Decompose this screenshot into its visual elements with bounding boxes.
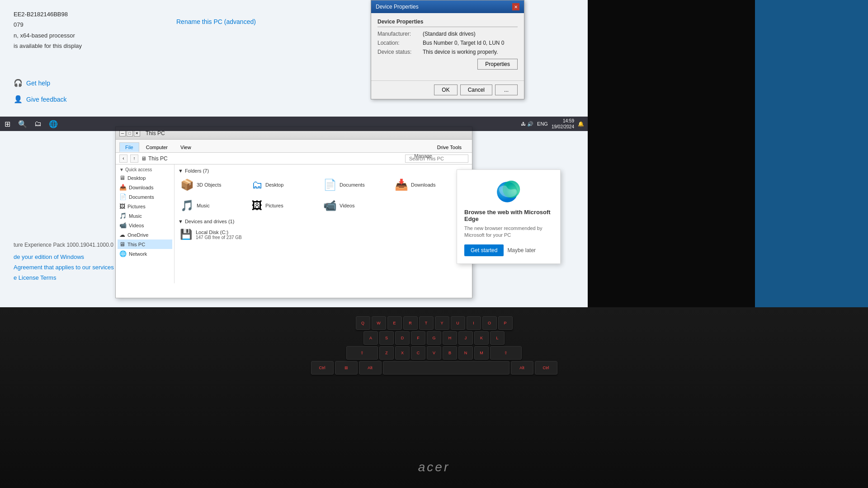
key-alt-left[interactable]: Alt: [359, 361, 382, 375]
dialog-close-button[interactable]: ✕: [512, 3, 519, 10]
properties-button[interactable]: Properties: [477, 59, 518, 70]
list-item[interactable]: 📄 Documents: [321, 176, 389, 193]
maybe-later-button[interactable]: Maybe later: [507, 247, 536, 253]
keyboard-area: Q W E R T Y U I O P A S D F G H J K L: [231, 316, 637, 376]
folder-downloads-icon: 📥: [395, 178, 408, 191]
key-t[interactable]: T: [419, 316, 434, 330]
key-e[interactable]: E: [387, 316, 402, 330]
list-item[interactable]: 💾 Local Disk (C:) 147 GB free of 237 GB: [178, 227, 269, 242]
key-shift-left[interactable]: ⇧: [346, 346, 378, 360]
key-m[interactable]: M: [474, 346, 489, 360]
key-d[interactable]: D: [395, 331, 410, 345]
downloads-label: Downloads: [129, 185, 153, 190]
list-item[interactable]: 🎵 Music: [178, 197, 246, 214]
get-help-item[interactable]: 🎧 Get help: [14, 79, 303, 88]
sidebar-item-music[interactable]: 🎵 Music: [118, 211, 172, 221]
folder-desktop-icon: 🗂: [252, 178, 263, 191]
list-item[interactable]: 📥 Downloads: [392, 176, 460, 193]
key-n[interactable]: N: [458, 346, 473, 360]
key-ctrl-right[interactable]: Ctrl: [535, 361, 557, 375]
key-b[interactable]: B: [443, 346, 457, 360]
taskbar-file-explorer[interactable]: 🗂: [31, 117, 45, 131]
license-link[interactable]: e License Terms: [14, 274, 114, 281]
taskbar-clock: 14:59 19/02/2024: [552, 118, 574, 130]
key-p[interactable]: P: [498, 316, 513, 330]
ok-button[interactable]: OK: [434, 84, 457, 95]
sidebar-item-this-pc[interactable]: 🖥 This PC: [118, 239, 172, 249]
key-space[interactable]: [383, 361, 509, 375]
explorer-content: ▼ Folders (7) 📦 3D Objects 🗂 Desktop: [175, 164, 472, 283]
key-win[interactable]: ⊞: [335, 361, 358, 375]
key-w[interactable]: W: [372, 316, 386, 330]
key-v[interactable]: V: [427, 346, 441, 360]
get-started-button[interactable]: Get started: [464, 244, 504, 256]
ribbon-tabs: File Computer View Drive Tools: [116, 140, 472, 152]
rename-pc-link[interactable]: Rename this PC (advanced): [176, 18, 256, 25]
dialog-section-label: Device Properties: [377, 19, 518, 27]
cancel-button[interactable]: Cancel: [460, 84, 492, 95]
give-feedback-link[interactable]: Give feedback: [26, 96, 67, 103]
sidebar-item-pictures[interactable]: 🖼 Pictures: [118, 202, 172, 211]
key-u[interactable]: U: [451, 316, 465, 330]
key-alt-right[interactable]: Alt: [511, 361, 533, 375]
key-o[interactable]: O: [482, 316, 497, 330]
upgrade-edition-link[interactable]: de your edition of Windows: [14, 253, 114, 260]
path-label: This PC: [148, 155, 168, 162]
give-feedback-item[interactable]: 👤 Give feedback: [14, 95, 303, 104]
edge-popup-title: Browse the web with Microsoft Edge: [464, 209, 553, 222]
key-c[interactable]: C: [411, 346, 425, 360]
taskbar-search[interactable]: 🔍: [14, 117, 31, 131]
drive-info: 147 GB free of 237 GB: [196, 235, 242, 240]
key-i[interactable]: I: [467, 316, 481, 330]
key-l[interactable]: L: [490, 331, 505, 345]
sidebar-item-downloads[interactable]: 📥 Downloads: [118, 183, 172, 192]
key-y[interactable]: Y: [435, 316, 449, 330]
key-ctrl-left[interactable]: Ctrl: [311, 361, 334, 375]
sidebar-item-documents[interactable]: 📄 Documents: [118, 192, 172, 202]
key-j[interactable]: J: [458, 331, 473, 345]
collapse-folders-icon: ▼: [178, 168, 183, 174]
laptop-screen: EE2-B2182146BB98 079 n, x64-based proces…: [0, 0, 868, 488]
folders-header: ▼ Folders (7): [178, 168, 468, 174]
key-shift-right[interactable]: ⇧: [490, 346, 522, 360]
location-value: Bus Number 0, Target Id 0, LUN 0: [423, 40, 505, 46]
explorer-sidebar: ▼ Quick access 🖥 Desktop 📥 Downloads 📄 D…: [116, 164, 175, 283]
tab-computer[interactable]: Computer: [140, 142, 174, 152]
key-a[interactable]: A: [363, 331, 378, 345]
key-h[interactable]: H: [443, 331, 457, 345]
folder-documents-icon: 📄: [323, 178, 337, 191]
path-segment: 🖥: [141, 155, 146, 162]
sidebar-item-network[interactable]: 🌐 Network: [118, 249, 172, 258]
manage-tab-label[interactable]: Manage: [410, 152, 436, 160]
back-button[interactable]: ‹: [119, 155, 127, 163]
list-item[interactable]: 🖼 Pictures: [250, 197, 317, 214]
tab-file[interactable]: File: [119, 142, 139, 152]
key-f[interactable]: F: [411, 331, 425, 345]
more-button[interactable]: ...: [495, 84, 518, 95]
tab-drive-tools[interactable]: Drive Tools: [431, 142, 467, 152]
taskbar-edge[interactable]: 🌐: [45, 117, 61, 131]
key-s[interactable]: S: [379, 331, 394, 345]
tab-view[interactable]: View: [175, 142, 197, 152]
list-item[interactable]: 📦 3D Objects: [178, 176, 246, 193]
list-item[interactable]: 🗂 Desktop: [250, 176, 317, 193]
sidebar-item-desktop[interactable]: 🖥 Desktop: [118, 173, 172, 183]
key-g[interactable]: G: [427, 331, 441, 345]
key-q[interactable]: Q: [356, 316, 370, 330]
sidebar-item-videos[interactable]: 📹 Videos: [118, 221, 172, 230]
list-item[interactable]: 📹 Videos: [321, 197, 389, 214]
notification-icon[interactable]: 🔔: [578, 121, 584, 127]
folder-pictures-icon: 🖼: [252, 199, 263, 212]
key-k[interactable]: K: [474, 331, 489, 345]
folder-videos-icon: 📹: [323, 199, 337, 212]
key-r[interactable]: R: [403, 316, 418, 330]
keyboard-row-2: A S D F G H J K L: [231, 331, 637, 345]
sidebar-item-onedrive[interactable]: ☁ OneDrive: [118, 230, 172, 239]
start-button[interactable]: ⊞: [0, 117, 14, 131]
key-z[interactable]: Z: [379, 346, 394, 360]
monitor-content: EE2-B2182146BB98 079 n, x64-based proces…: [0, 0, 588, 321]
agreement-link[interactable]: Agreement that applies to our services: [14, 264, 114, 271]
up-button[interactable]: ↑: [130, 155, 138, 163]
get-help-link[interactable]: Get help: [26, 80, 50, 87]
key-x[interactable]: X: [395, 346, 410, 360]
